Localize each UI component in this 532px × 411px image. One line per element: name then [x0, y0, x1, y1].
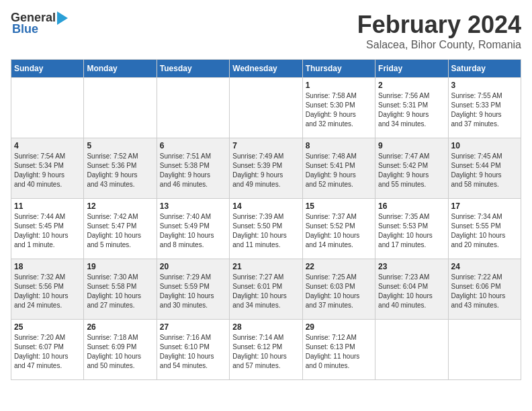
day-number: 5	[87, 141, 153, 150]
calendar-cell: 19Sunrise: 7:30 AM Sunset: 5:58 PM Dayli…	[84, 259, 157, 320]
calendar-cell: 29Sunrise: 7:12 AM Sunset: 6:13 PM Dayli…	[302, 320, 375, 380]
day-number: 8	[306, 141, 372, 150]
day-number: 7	[232, 141, 299, 150]
day-number: 27	[160, 322, 226, 332]
week-row-2: 4Sunrise: 7:54 AM Sunset: 5:34 PM Daylig…	[11, 138, 521, 199]
day-info: Sunrise: 7:40 AM Sunset: 5:49 PM Dayligh…	[160, 212, 226, 250]
calendar-cell: 2Sunrise: 7:56 AM Sunset: 5:31 PM Daylig…	[375, 78, 448, 138]
calendar-cell	[11, 78, 84, 138]
calendar-cell: 1Sunrise: 7:58 AM Sunset: 5:30 PM Daylig…	[302, 78, 375, 138]
day-info: Sunrise: 7:27 AM Sunset: 6:01 PM Dayligh…	[232, 273, 299, 310]
day-number: 17	[451, 201, 518, 211]
calendar-cell: 20Sunrise: 7:29 AM Sunset: 5:59 PM Dayli…	[157, 259, 229, 320]
weekday-header-sunday: Sunday	[11, 60, 84, 78]
calendar-cell: 7Sunrise: 7:49 AM Sunset: 5:39 PM Daylig…	[230, 138, 302, 199]
day-info: Sunrise: 7:58 AM Sunset: 5:30 PM Dayligh…	[306, 91, 372, 129]
day-number: 9	[378, 141, 445, 150]
main-title: February 2024	[357, 11, 521, 39]
week-row-3: 11Sunrise: 7:44 AM Sunset: 5:45 PM Dayli…	[11, 199, 521, 259]
weekday-header-friday: Friday	[375, 60, 448, 78]
day-info: Sunrise: 7:20 AM Sunset: 6:07 PM Dayligh…	[14, 333, 81, 371]
weekday-header-tuesday: Tuesday	[157, 60, 229, 78]
weekday-header-monday: Monday	[84, 60, 157, 78]
week-row-5: 25Sunrise: 7:20 AM Sunset: 6:07 PM Dayli…	[11, 320, 521, 380]
calendar-cell	[230, 78, 302, 138]
calendar-cell: 10Sunrise: 7:45 AM Sunset: 5:44 PM Dayli…	[448, 138, 521, 199]
day-number: 24	[451, 262, 518, 271]
day-number: 21	[232, 262, 299, 271]
calendar-cell: 18Sunrise: 7:32 AM Sunset: 5:56 PM Dayli…	[11, 259, 84, 320]
day-number: 14	[232, 201, 299, 211]
day-number: 20	[160, 262, 226, 271]
day-number: 11	[14, 201, 81, 211]
day-number: 2	[378, 81, 445, 90]
day-info: Sunrise: 7:23 AM Sunset: 6:04 PM Dayligh…	[378, 273, 445, 310]
title-section: February 2024 Salacea, Bihor County, Rom…	[357, 11, 521, 51]
weekday-header-wednesday: Wednesday	[230, 60, 302, 78]
day-info: Sunrise: 7:47 AM Sunset: 5:42 PM Dayligh…	[378, 152, 445, 189]
day-number: 12	[87, 201, 153, 211]
day-info: Sunrise: 7:55 AM Sunset: 5:33 PM Dayligh…	[451, 91, 518, 129]
day-number: 13	[160, 201, 226, 211]
calendar-cell: 14Sunrise: 7:39 AM Sunset: 5:50 PM Dayli…	[230, 199, 302, 259]
day-info: Sunrise: 7:56 AM Sunset: 5:31 PM Dayligh…	[378, 91, 445, 129]
day-info: Sunrise: 7:29 AM Sunset: 5:59 PM Dayligh…	[160, 273, 226, 310]
calendar-cell: 23Sunrise: 7:23 AM Sunset: 6:04 PM Dayli…	[375, 259, 448, 320]
calendar-cell: 8Sunrise: 7:48 AM Sunset: 5:41 PM Daylig…	[302, 138, 375, 199]
calendar-cell	[375, 320, 448, 380]
day-info: Sunrise: 7:44 AM Sunset: 5:45 PM Dayligh…	[14, 212, 81, 250]
calendar-cell: 5Sunrise: 7:52 AM Sunset: 5:36 PM Daylig…	[84, 138, 157, 199]
day-info: Sunrise: 7:39 AM Sunset: 5:50 PM Dayligh…	[232, 212, 299, 250]
calendar-cell: 6Sunrise: 7:51 AM Sunset: 5:38 PM Daylig…	[157, 138, 229, 199]
day-info: Sunrise: 7:51 AM Sunset: 5:38 PM Dayligh…	[160, 152, 226, 189]
day-number: 19	[87, 262, 153, 271]
calendar-cell: 21Sunrise: 7:27 AM Sunset: 6:01 PM Dayli…	[230, 259, 302, 320]
day-number: 28	[232, 322, 299, 332]
calendar-cell: 25Sunrise: 7:20 AM Sunset: 6:07 PM Dayli…	[11, 320, 84, 380]
calendar-cell: 16Sunrise: 7:35 AM Sunset: 5:53 PM Dayli…	[375, 199, 448, 259]
calendar-cell	[84, 78, 157, 138]
day-info: Sunrise: 7:22 AM Sunset: 6:06 PM Dayligh…	[451, 273, 518, 310]
day-number: 6	[160, 141, 226, 150]
calendar-cell: 3Sunrise: 7:55 AM Sunset: 5:33 PM Daylig…	[448, 78, 521, 138]
day-info: Sunrise: 7:48 AM Sunset: 5:41 PM Dayligh…	[306, 152, 372, 189]
day-number: 15	[306, 201, 372, 211]
calendar-cell	[157, 78, 229, 138]
day-number: 4	[14, 141, 81, 150]
day-info: Sunrise: 7:49 AM Sunset: 5:39 PM Dayligh…	[232, 152, 299, 189]
calendar-cell: 22Sunrise: 7:25 AM Sunset: 6:03 PM Dayli…	[302, 259, 375, 320]
calendar-cell: 4Sunrise: 7:54 AM Sunset: 5:34 PM Daylig…	[11, 138, 84, 199]
day-info: Sunrise: 7:25 AM Sunset: 6:03 PM Dayligh…	[306, 273, 372, 310]
calendar-cell: 13Sunrise: 7:40 AM Sunset: 5:49 PM Dayli…	[157, 199, 229, 259]
day-info: Sunrise: 7:18 AM Sunset: 6:09 PM Dayligh…	[87, 333, 153, 371]
day-number: 10	[451, 141, 518, 150]
day-number: 25	[14, 322, 81, 332]
calendar-cell: 28Sunrise: 7:14 AM Sunset: 6:12 PM Dayli…	[230, 320, 302, 380]
day-info: Sunrise: 7:35 AM Sunset: 5:53 PM Dayligh…	[378, 212, 445, 250]
day-info: Sunrise: 7:34 AM Sunset: 5:55 PM Dayligh…	[451, 212, 518, 250]
day-info: Sunrise: 7:32 AM Sunset: 5:56 PM Dayligh…	[14, 273, 81, 310]
day-number: 29	[306, 322, 372, 332]
calendar-cell: 11Sunrise: 7:44 AM Sunset: 5:45 PM Dayli…	[11, 199, 84, 259]
day-info: Sunrise: 7:16 AM Sunset: 6:10 PM Dayligh…	[160, 333, 226, 371]
day-number: 16	[378, 201, 445, 211]
day-number: 3	[451, 81, 518, 90]
calendar-cell	[448, 320, 521, 380]
calendar-table: SundayMondayTuesdayWednesdayThursdayFrid…	[11, 59, 521, 380]
day-number: 1	[306, 81, 372, 90]
weekday-header-thursday: Thursday	[302, 60, 375, 78]
week-row-1: 1Sunrise: 7:58 AM Sunset: 5:30 PM Daylig…	[11, 78, 521, 138]
day-info: Sunrise: 7:37 AM Sunset: 5:52 PM Dayligh…	[306, 212, 372, 250]
day-info: Sunrise: 7:30 AM Sunset: 5:58 PM Dayligh…	[87, 273, 153, 310]
day-info: Sunrise: 7:52 AM Sunset: 5:36 PM Dayligh…	[87, 152, 153, 189]
logo-blue-text: Blue	[12, 22, 38, 36]
calendar-cell: 27Sunrise: 7:16 AM Sunset: 6:10 PM Dayli…	[157, 320, 229, 380]
day-info: Sunrise: 7:12 AM Sunset: 6:13 PM Dayligh…	[306, 333, 372, 371]
calendar-cell: 9Sunrise: 7:47 AM Sunset: 5:42 PM Daylig…	[375, 138, 448, 199]
weekday-header-saturday: Saturday	[448, 60, 521, 78]
calendar-cell: 26Sunrise: 7:18 AM Sunset: 6:09 PM Dayli…	[84, 320, 157, 380]
calendar-cell: 24Sunrise: 7:22 AM Sunset: 6:06 PM Dayli…	[448, 259, 521, 320]
day-info: Sunrise: 7:45 AM Sunset: 5:44 PM Dayligh…	[451, 152, 518, 189]
calendar-cell: 17Sunrise: 7:34 AM Sunset: 5:55 PM Dayli…	[448, 199, 521, 259]
week-row-4: 18Sunrise: 7:32 AM Sunset: 5:56 PM Dayli…	[11, 259, 521, 320]
